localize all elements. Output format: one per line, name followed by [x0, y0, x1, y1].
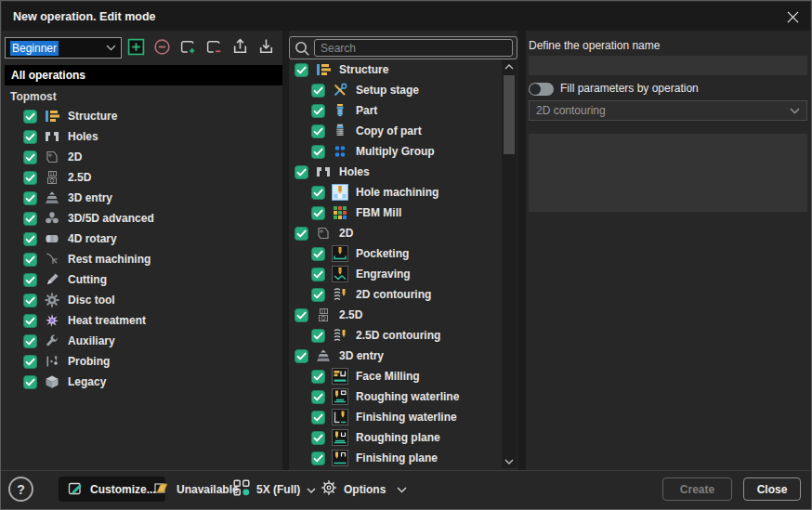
category-item-disc-tool[interactable]: Disc tool: [5, 290, 282, 310]
gear-icon: [321, 479, 337, 499]
checkbox[interactable]: [23, 375, 37, 389]
create-button[interactable]: Create: [662, 477, 732, 501]
options-button[interactable]: Options: [321, 477, 386, 502]
tree-item-2d[interactable]: 2D: [289, 223, 502, 243]
tree-item-setup-stage[interactable]: Setup stage: [289, 80, 502, 100]
tree-item-3d-entry[interactable]: 3D entry: [289, 346, 502, 366]
scroll-up-icon[interactable]: [502, 60, 517, 72]
tree-item-finishing-waterline[interactable]: Finishing waterline: [289, 407, 502, 427]
checkbox[interactable]: [311, 186, 325, 200]
category-item-cutting[interactable]: Cutting: [5, 269, 282, 290]
checkbox[interactable]: [23, 130, 37, 144]
checkbox[interactable]: [23, 334, 37, 348]
category-item-label: 2D: [68, 150, 82, 163]
checkbox[interactable]: [23, 294, 37, 307]
checkbox[interactable]: [295, 227, 308, 241]
checkbox[interactable]: [311, 451, 325, 465]
checkbox[interactable]: [295, 349, 308, 363]
category-item-legacy[interactable]: Legacy: [5, 372, 282, 392]
checkbox[interactable]: [311, 104, 325, 118]
contouring-icon: [332, 327, 348, 344]
skill-level-select[interactable]: Beginner: [5, 37, 122, 59]
category-item-probing[interactable]: Probing: [5, 351, 282, 372]
fill-parameters-toggle[interactable]: [529, 83, 554, 96]
checkbox[interactable]: [23, 232, 37, 246]
close-icon[interactable]: [786, 10, 800, 24]
checkbox[interactable]: [311, 370, 325, 384]
tree-item-2-5d[interactable]: 2.5D: [289, 305, 502, 325]
tree-item-part[interactable]: Part: [289, 100, 502, 121]
category-list: StructureHoles2D2.5D3D entry3D/5D advanc…: [5, 106, 282, 392]
checkbox[interactable]: [23, 110, 37, 124]
checkbox[interactable]: [311, 288, 325, 302]
tree-item-roughing-plane[interactable]: Roughing plane: [289, 427, 502, 448]
category-item-3d-5d-advanced[interactable]: 3D/5D advanced: [5, 208, 282, 229]
tree-item-pocketing[interactable]: Pocketing: [289, 243, 502, 264]
add-operation-button[interactable]: [125, 38, 146, 59]
category-item-auxiliary[interactable]: Auxiliary: [5, 331, 282, 351]
tree-item-multiply-group[interactable]: Multiply Group: [289, 141, 502, 162]
checkbox[interactable]: [311, 268, 325, 281]
category-item-4d-rotary[interactable]: 4D rotary: [5, 229, 282, 249]
tree-item-finishing-plane[interactable]: Finishing plane: [289, 448, 502, 468]
checkbox[interactable]: [23, 212, 37, 226]
search-input[interactable]: [314, 39, 513, 57]
remove-operation-button[interactable]: [151, 38, 172, 59]
category-item-holes[interactable]: Holes: [5, 126, 282, 147]
tree-item-2-5d-contouring[interactable]: 2.5D contouring: [289, 325, 502, 346]
checkbox[interactable]: [23, 253, 37, 267]
checkbox[interactable]: [311, 411, 325, 425]
tree-item-engraving[interactable]: Engraving: [289, 264, 502, 284]
remove-group-button[interactable]: [203, 38, 224, 59]
category-item-2d[interactable]: 2D: [5, 147, 282, 167]
view-mode-button[interactable]: 5X (Full): [233, 477, 316, 502]
checkbox[interactable]: [23, 191, 37, 205]
tree-item-hole-machining[interactable]: Hole machining: [289, 182, 502, 203]
import-button[interactable]: [255, 38, 276, 59]
checkbox[interactable]: [23, 171, 37, 185]
tree-item-roughing-waterline[interactable]: Roughing waterline: [289, 386, 502, 407]
tree-item-label: Multiply Group: [356, 145, 435, 158]
checkbox[interactable]: [311, 431, 325, 445]
category-item-heat-treatment[interactable]: Heat treatment: [5, 310, 282, 331]
checkbox[interactable]: [23, 273, 37, 287]
checkbox[interactable]: [295, 63, 308, 77]
tree-item-fbm-mill[interactable]: FBM Mill: [289, 203, 502, 223]
finishing-plane-icon: [333, 451, 347, 465]
checkbox[interactable]: [311, 206, 325, 220]
add-group-button[interactable]: [177, 38, 198, 59]
category-item-2-5d[interactable]: 2.5D: [5, 167, 282, 188]
tree-item-face-milling[interactable]: Face Milling: [289, 366, 502, 386]
category-item-rest-machining[interactable]: Rest machining: [5, 249, 282, 269]
operation-template-select[interactable]: 2D contouring: [529, 100, 807, 121]
checkbox[interactable]: [311, 145, 325, 159]
category-item-label: 2.5D: [68, 171, 91, 184]
tree-item-holes[interactable]: Holes: [289, 162, 502, 182]
checkbox[interactable]: [295, 308, 308, 322]
unavailable-toggle[interactable]: Unavailable: [152, 477, 239, 502]
export-button[interactable]: [229, 38, 250, 59]
scrollbar-thumb[interactable]: [504, 75, 515, 154]
tree-item-structure[interactable]: Structure: [289, 59, 502, 80]
close-button[interactable]: Close: [743, 477, 801, 501]
operation-name-input[interactable]: [529, 56, 807, 75]
checkbox[interactable]: [23, 314, 37, 328]
scroll-down-icon[interactable]: [502, 455, 517, 467]
checkbox[interactable]: [23, 150, 37, 164]
category-item-structure[interactable]: Structure: [5, 106, 282, 126]
tree-item-copy-of-part[interactable]: Copy of part: [289, 121, 502, 141]
tree-item-2d-contouring[interactable]: 2D contouring: [289, 284, 502, 305]
category-item-3d-entry[interactable]: 3D entry: [5, 188, 282, 208]
customize-button[interactable]: Customize...: [59, 477, 165, 502]
tree-scrollbar[interactable]: [502, 59, 517, 468]
more-dropdown[interactable]: [397, 477, 407, 502]
checkbox[interactable]: [295, 165, 308, 179]
checkbox[interactable]: [311, 390, 325, 404]
checkbox[interactable]: [311, 247, 325, 261]
checkbox[interactable]: [311, 329, 325, 343]
checkbox[interactable]: [311, 84, 325, 98]
pocketing-box: [332, 245, 348, 262]
checkbox[interactable]: [311, 124, 325, 138]
checkbox[interactable]: [23, 355, 37, 369]
help-button[interactable]: ?: [8, 477, 33, 502]
